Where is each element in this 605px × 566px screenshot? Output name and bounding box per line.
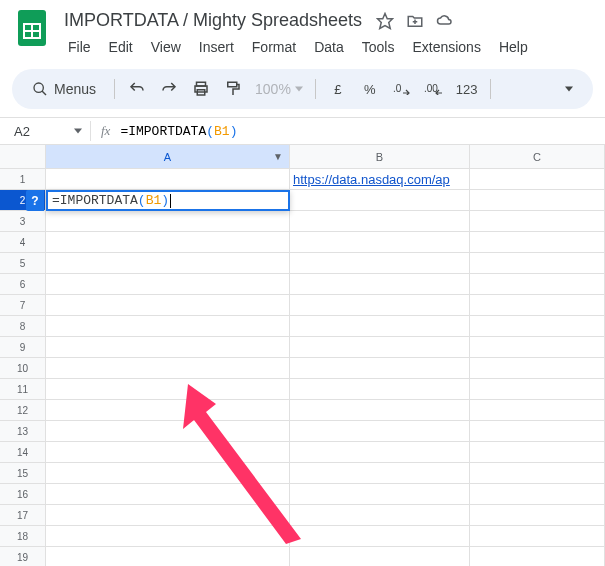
row-header-17[interactable]: 17 [0,505,46,526]
cell-c16[interactable] [470,484,605,505]
cell-c10[interactable] [470,358,605,379]
chevron-down-icon[interactable]: ▼ [273,151,283,162]
cell-b18[interactable] [290,526,470,547]
cell-a3[interactable] [46,211,290,232]
cell-c2[interactable] [470,190,605,211]
row-header-3[interactable]: 3 [0,211,46,232]
active-cell[interactable]: =IMPORTDATA(B1) [46,190,290,211]
cell-c12[interactable] [470,400,605,421]
cell-c7[interactable] [470,295,605,316]
cell-a9[interactable] [46,337,290,358]
cell-b1[interactable]: https://data.nasdaq.com/ap [290,169,470,190]
menu-help[interactable]: Help [491,35,536,59]
cell-a15[interactable] [46,463,290,484]
cell-a13[interactable] [46,421,290,442]
cell-c15[interactable] [470,463,605,484]
menu-extensions[interactable]: Extensions [404,35,488,59]
cell-b7[interactable] [290,295,470,316]
row-header-15[interactable]: 15 [0,463,46,484]
cell-c19[interactable] [470,547,605,566]
print-button[interactable] [187,75,215,103]
cell-c5[interactable] [470,253,605,274]
cell-c3[interactable] [470,211,605,232]
cell-b8[interactable] [290,316,470,337]
currency-button[interactable]: £ [324,75,352,103]
cell-a12[interactable] [46,400,290,421]
cloud-status-icon[interactable] [436,12,454,30]
row-header-9[interactable]: 9 [0,337,46,358]
zoom-dropdown[interactable]: 100% [251,81,307,97]
cell-a4[interactable] [46,232,290,253]
cell-a10[interactable] [46,358,290,379]
row-header-5[interactable]: 5 [0,253,46,274]
cell-a19[interactable] [46,547,290,566]
cell-a14[interactable] [46,442,290,463]
row-header-4[interactable]: 4 [0,232,46,253]
row-header-14[interactable]: 14 [0,442,46,463]
undo-button[interactable] [123,75,151,103]
cell-c11[interactable] [470,379,605,400]
cell-b3[interactable] [290,211,470,232]
cell-a11[interactable] [46,379,290,400]
cell-a7[interactable] [46,295,290,316]
cell-c6[interactable] [470,274,605,295]
name-box[interactable]: A2 [0,124,90,139]
formula-hint-box[interactable]: ? [26,190,44,211]
cell-b13[interactable] [290,421,470,442]
cell-c4[interactable] [470,232,605,253]
format-123-button[interactable]: 123 [452,75,482,103]
cell-b19[interactable] [290,547,470,566]
cell-b17[interactable] [290,505,470,526]
row-header-10[interactable]: 10 [0,358,46,379]
cell-b10[interactable] [290,358,470,379]
column-header-a[interactable]: A ▼ [46,145,290,169]
menu-insert[interactable]: Insert [191,35,242,59]
cell-b15[interactable] [290,463,470,484]
cell-b6[interactable] [290,274,470,295]
menu-view[interactable]: View [143,35,189,59]
row-header-11[interactable]: 11 [0,379,46,400]
row-header-16[interactable]: 16 [0,484,46,505]
row-header-6[interactable]: 6 [0,274,46,295]
row-header-18[interactable]: 18 [0,526,46,547]
menu-format[interactable]: Format [244,35,304,59]
cell-a1[interactable] [46,169,290,190]
formula-input[interactable]: =IMPORTDATA(B1) [120,124,237,139]
cell-b16[interactable] [290,484,470,505]
cell-c9[interactable] [470,337,605,358]
select-all-corner[interactable] [0,145,46,169]
cell-a18[interactable] [46,526,290,547]
menus-search-button[interactable]: Menus [22,75,106,103]
row-header-13[interactable]: 13 [0,421,46,442]
cell-b5[interactable] [290,253,470,274]
row-header-7[interactable]: 7 [0,295,46,316]
cell-c1[interactable] [470,169,605,190]
cell-c8[interactable] [470,316,605,337]
menu-tools[interactable]: Tools [354,35,403,59]
star-icon[interactable] [376,12,394,30]
cell-a16[interactable] [46,484,290,505]
menu-data[interactable]: Data [306,35,352,59]
column-header-c[interactable]: C [470,145,605,169]
cell-c18[interactable] [470,526,605,547]
cell-a6[interactable] [46,274,290,295]
move-folder-icon[interactable] [406,12,424,30]
menu-file[interactable]: File [60,35,99,59]
row-header-12[interactable]: 12 [0,400,46,421]
cell-b11[interactable] [290,379,470,400]
column-header-b[interactable]: B [290,145,470,169]
cell-c17[interactable] [470,505,605,526]
menu-edit[interactable]: Edit [101,35,141,59]
document-title[interactable]: IMPORTDATA / Mighty Spreadsheets [60,8,366,33]
cell-b9[interactable] [290,337,470,358]
percent-button[interactable]: % [356,75,384,103]
row-header-1[interactable]: 1 [0,169,46,190]
row-header-8[interactable]: 8 [0,316,46,337]
cell-link[interactable]: https://data.nasdaq.com/ap [293,172,450,187]
toolbar-overflow-button[interactable] [555,75,583,103]
increase-decimal-button[interactable]: .00 [420,75,448,103]
decrease-decimal-button[interactable]: .0 [388,75,416,103]
cell-a8[interactable] [46,316,290,337]
sheets-logo[interactable] [12,8,52,48]
row-header-19[interactable]: 19 [0,547,46,566]
